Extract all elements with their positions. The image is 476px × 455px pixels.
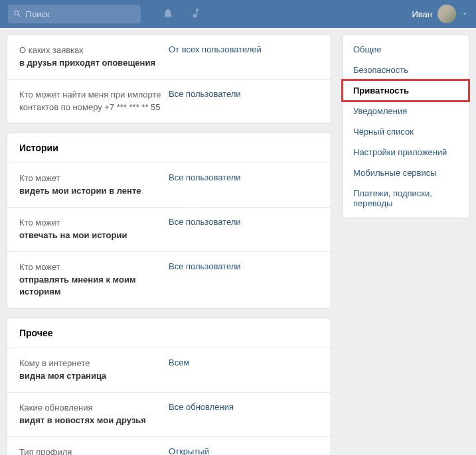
row-label: Тип профиля [19, 446, 169, 455]
sidebar-item-6[interactable]: Мобильные сервисы [343, 162, 469, 183]
row-value[interactable]: Все пользователи [169, 89, 241, 99]
row-label: Какие обновлениявидят в новостях мои дру… [19, 402, 169, 427]
user-menu[interactable]: Иван [412, 5, 468, 23]
stories-title: Истории [7, 133, 331, 163]
page-body: О каких заявкахв друзья приходят оповеще… [0, 28, 476, 455]
music-icon[interactable] [190, 7, 202, 21]
row-label: Кто можетотправлять мнения к моим истори… [19, 261, 169, 299]
row-value[interactable]: Все пользователи [169, 261, 241, 271]
sidebar-item-1[interactable]: Безопасность [343, 60, 469, 80]
top-bar: Иван [0, 0, 476, 28]
topbar-icons [162, 7, 202, 21]
row-value[interactable]: Всем [169, 358, 189, 367]
main-column: О каких заявкахв друзья приходят оповеще… [7, 34, 331, 455]
notifications-icon[interactable] [162, 7, 174, 21]
search-input[interactable] [26, 9, 135, 19]
row-label: О каких заявкахв друзья приходят оповеще… [19, 44, 169, 70]
stories-row-1: Кто можетотвечать на мои историиВсе поль… [7, 208, 331, 252]
contacts-row-0: О каких заявкахв друзья приходят оповеще… [7, 35, 331, 80]
row-label: Кто можетвидеть мои истории в ленте [19, 172, 169, 198]
sidebar-item-0[interactable]: Общее [343, 39, 469, 60]
sidebar: ОбщееБезопасностьПриватностьУведомленияЧ… [342, 34, 469, 455]
row-value[interactable]: Все пользователи [169, 217, 241, 227]
contacts-row-1: Кто может найти меня при импорте контакт… [7, 80, 331, 123]
search-icon [13, 9, 22, 19]
row-value[interactable]: От всех пользователей [169, 44, 262, 54]
other-row-1: Какие обновлениявидят в новостях мои дру… [7, 393, 331, 437]
avatar [437, 5, 456, 23]
search-box[interactable] [8, 5, 141, 23]
row-value[interactable]: Открытый [169, 446, 209, 455]
stories-row-2: Кто можетотправлять мнения к моим истори… [7, 252, 331, 308]
sidebar-item-5[interactable]: Настройки приложений [343, 142, 469, 162]
stories-row-0: Кто можетвидеть мои истории в лентеВсе п… [7, 163, 331, 208]
stories-card: Истории Кто можетвидеть мои истории в ле… [7, 133, 331, 308]
row-label: Кто может найти меня при импорте контакт… [19, 89, 169, 114]
row-label: Кто можетотвечать на мои истории [19, 217, 169, 242]
sidebar-item-2[interactable]: Приватность [343, 80, 469, 101]
other-card: Прочее Кому в интернетевидна моя страниц… [7, 318, 331, 455]
row-label: Кому в интернетевидна моя страница [19, 358, 169, 383]
settings-nav: ОбщееБезопасностьПриватностьУведомленияЧ… [342, 34, 469, 218]
other-row-0: Кому в интернетевидна моя страницаВсем [7, 348, 331, 393]
sidebar-item-3[interactable]: Уведомления [343, 101, 469, 121]
row-value[interactable]: Все пользователи [169, 172, 241, 182]
sidebar-item-4[interactable]: Чёрный список [343, 121, 469, 142]
chevron-down-icon [461, 11, 468, 17]
sidebar-item-7[interactable]: Платежи, подписки, переводы [343, 183, 469, 214]
contacts-card: О каких заявкахв друзья приходят оповеще… [7, 34, 331, 123]
other-title: Прочее [7, 318, 331, 348]
username-label: Иван [412, 9, 432, 19]
row-value[interactable]: Все обновления [169, 402, 234, 412]
other-row-2: Тип профиляОткрытый [7, 437, 331, 455]
